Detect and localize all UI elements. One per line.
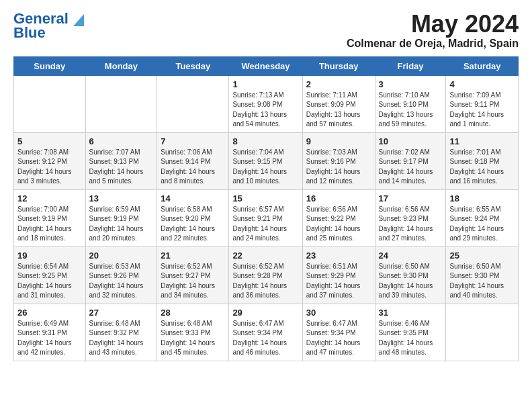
calendar-cell: 31Sunrise: 6:46 AM Sunset: 9:35 PM Dayli… xyxy=(375,304,446,361)
day-info: Sunrise: 6:50 AM Sunset: 9:30 PM Dayligh… xyxy=(449,262,515,301)
calendar-cell: 15Sunrise: 6:57 AM Sunset: 9:21 PM Dayli… xyxy=(229,189,302,246)
day-info: Sunrise: 7:01 AM Sunset: 9:18 PM Dayligh… xyxy=(449,148,515,187)
day-info: Sunrise: 7:06 AM Sunset: 9:14 PM Dayligh… xyxy=(161,148,225,187)
day-info: Sunrise: 6:46 AM Sunset: 9:35 PM Dayligh… xyxy=(379,319,443,358)
day-number: 19 xyxy=(17,250,82,261)
day-number: 6 xyxy=(89,136,154,146)
logo: General Blue xyxy=(13,11,84,42)
day-number: 30 xyxy=(306,308,371,318)
calendar-cell: 29Sunrise: 6:47 AM Sunset: 9:34 PM Dayli… xyxy=(229,304,302,361)
day-info: Sunrise: 7:13 AM Sunset: 9:08 PM Dayligh… xyxy=(232,91,298,130)
col-tuesday: Tuesday xyxy=(157,56,229,75)
location: Colmenar de Oreja, Madrid, Spain xyxy=(347,38,519,50)
day-number: 25 xyxy=(449,250,515,261)
calendar-cell: 25Sunrise: 6:50 AM Sunset: 9:30 PM Dayli… xyxy=(446,246,519,304)
calendar-cell: 6Sunrise: 7:07 AM Sunset: 9:13 PM Daylig… xyxy=(85,132,157,189)
day-info: Sunrise: 6:54 AM Sunset: 9:25 PM Dayligh… xyxy=(17,262,82,301)
day-number: 10 xyxy=(379,136,443,146)
col-friday: Friday xyxy=(375,56,446,75)
calendar-cell: 8Sunrise: 7:04 AM Sunset: 9:15 PM Daylig… xyxy=(229,132,302,189)
day-info: Sunrise: 6:55 AM Sunset: 9:24 PM Dayligh… xyxy=(449,205,515,244)
day-info: Sunrise: 7:09 AM Sunset: 9:11 PM Dayligh… xyxy=(449,91,515,130)
day-info: Sunrise: 7:07 AM Sunset: 9:13 PM Dayligh… xyxy=(89,148,154,187)
logo-icon xyxy=(71,11,84,26)
day-info: Sunrise: 7:08 AM Sunset: 9:12 PM Dayligh… xyxy=(17,148,82,187)
day-info: Sunrise: 6:52 AM Sunset: 9:27 PM Dayligh… xyxy=(161,262,225,301)
calendar-cell xyxy=(157,75,229,132)
svg-marker-0 xyxy=(73,14,84,26)
day-number: 11 xyxy=(449,136,515,146)
header: General Blue May 2024 Colmenar de Oreja,… xyxy=(13,11,519,50)
calendar-cell: 3Sunrise: 7:10 AM Sunset: 9:10 PM Daylig… xyxy=(375,75,446,132)
day-info: Sunrise: 6:48 AM Sunset: 9:33 PM Dayligh… xyxy=(161,319,225,358)
day-info: Sunrise: 6:56 AM Sunset: 9:22 PM Dayligh… xyxy=(306,205,371,244)
col-thursday: Thursday xyxy=(302,56,375,75)
calendar-cell: 13Sunrise: 6:59 AM Sunset: 9:19 PM Dayli… xyxy=(85,189,157,246)
day-info: Sunrise: 7:03 AM Sunset: 9:16 PM Dayligh… xyxy=(306,148,371,187)
day-info: Sunrise: 6:51 AM Sunset: 9:29 PM Dayligh… xyxy=(306,262,371,301)
day-info: Sunrise: 7:00 AM Sunset: 9:19 PM Dayligh… xyxy=(17,205,82,244)
calendar-cell: 5Sunrise: 7:08 AM Sunset: 9:12 PM Daylig… xyxy=(14,132,86,189)
calendar-cell: 19Sunrise: 6:54 AM Sunset: 9:25 PM Dayli… xyxy=(14,246,86,304)
day-number: 5 xyxy=(17,136,82,146)
day-number: 1 xyxy=(232,79,298,89)
col-sunday: Sunday xyxy=(14,56,86,75)
day-number: 16 xyxy=(306,193,371,203)
calendar-week-row: 5Sunrise: 7:08 AM Sunset: 9:12 PM Daylig… xyxy=(14,132,519,189)
calendar-cell: 2Sunrise: 7:11 AM Sunset: 9:09 PM Daylig… xyxy=(302,75,375,132)
calendar-cell: 24Sunrise: 6:50 AM Sunset: 9:30 PM Dayli… xyxy=(375,246,446,304)
calendar-week-row: 1Sunrise: 7:13 AM Sunset: 9:08 PM Daylig… xyxy=(14,75,519,132)
day-number: 31 xyxy=(379,308,443,318)
calendar-cell: 10Sunrise: 7:02 AM Sunset: 9:17 PM Dayli… xyxy=(375,132,446,189)
calendar-cell xyxy=(14,75,86,132)
calendar-cell: 20Sunrise: 6:53 AM Sunset: 9:26 PM Dayli… xyxy=(85,246,157,304)
day-info: Sunrise: 7:11 AM Sunset: 9:09 PM Dayligh… xyxy=(306,91,371,130)
weekday-header-row: Sunday Monday Tuesday Wednesday Thursday… xyxy=(14,56,519,75)
day-info: Sunrise: 6:58 AM Sunset: 9:20 PM Dayligh… xyxy=(161,205,225,244)
calendar-cell: 30Sunrise: 6:47 AM Sunset: 9:34 PM Dayli… xyxy=(302,304,375,361)
calendar-week-row: 26Sunrise: 6:49 AM Sunset: 9:31 PM Dayli… xyxy=(14,304,519,361)
day-info: Sunrise: 6:50 AM Sunset: 9:30 PM Dayligh… xyxy=(379,262,443,301)
calendar-table: Sunday Monday Tuesday Wednesday Thursday… xyxy=(13,56,519,361)
day-info: Sunrise: 6:56 AM Sunset: 9:23 PM Dayligh… xyxy=(379,205,443,244)
page: General Blue May 2024 Colmenar de Oreja,… xyxy=(0,0,532,372)
calendar-cell: 14Sunrise: 6:58 AM Sunset: 9:20 PM Dayli… xyxy=(157,189,229,246)
day-info: Sunrise: 6:47 AM Sunset: 9:34 PM Dayligh… xyxy=(306,319,371,358)
day-info: Sunrise: 6:52 AM Sunset: 9:28 PM Dayligh… xyxy=(232,262,298,301)
calendar-cell: 11Sunrise: 7:01 AM Sunset: 9:18 PM Dayli… xyxy=(446,132,519,189)
day-number: 22 xyxy=(232,250,298,261)
day-number: 13 xyxy=(89,193,154,203)
day-number: 21 xyxy=(161,250,225,261)
day-number: 2 xyxy=(306,79,371,89)
calendar-cell: 7Sunrise: 7:06 AM Sunset: 9:14 PM Daylig… xyxy=(157,132,229,189)
day-info: Sunrise: 7:04 AM Sunset: 9:15 PM Dayligh… xyxy=(232,148,298,187)
title-block: May 2024 Colmenar de Oreja, Madrid, Spai… xyxy=(347,11,519,50)
calendar-cell: 26Sunrise: 6:49 AM Sunset: 9:31 PM Dayli… xyxy=(14,304,86,361)
calendar-week-row: 12Sunrise: 7:00 AM Sunset: 9:19 PM Dayli… xyxy=(14,189,519,246)
calendar-cell: 16Sunrise: 6:56 AM Sunset: 9:22 PM Dayli… xyxy=(302,189,375,246)
day-info: Sunrise: 6:48 AM Sunset: 9:32 PM Dayligh… xyxy=(89,319,154,358)
day-number: 18 xyxy=(449,193,515,203)
day-number: 15 xyxy=(232,193,298,203)
day-info: Sunrise: 6:59 AM Sunset: 9:19 PM Dayligh… xyxy=(89,205,154,244)
calendar-cell: 9Sunrise: 7:03 AM Sunset: 9:16 PM Daylig… xyxy=(302,132,375,189)
logo-line2: Blue xyxy=(13,24,46,42)
day-number: 23 xyxy=(306,250,371,261)
day-number: 26 xyxy=(17,308,82,318)
day-info: Sunrise: 6:57 AM Sunset: 9:21 PM Dayligh… xyxy=(232,205,298,244)
day-number: 3 xyxy=(379,79,443,89)
calendar-week-row: 19Sunrise: 6:54 AM Sunset: 9:25 PM Dayli… xyxy=(14,246,519,304)
calendar-cell xyxy=(446,304,519,361)
day-info: Sunrise: 6:49 AM Sunset: 9:31 PM Dayligh… xyxy=(17,319,82,358)
day-number: 17 xyxy=(379,193,443,203)
day-info: Sunrise: 7:10 AM Sunset: 9:10 PM Dayligh… xyxy=(379,91,443,130)
day-number: 4 xyxy=(449,79,515,89)
day-number: 7 xyxy=(161,136,225,146)
day-number: 14 xyxy=(161,193,225,203)
calendar-cell: 21Sunrise: 6:52 AM Sunset: 9:27 PM Dayli… xyxy=(157,246,229,304)
calendar-cell: 22Sunrise: 6:52 AM Sunset: 9:28 PM Dayli… xyxy=(229,246,302,304)
calendar-cell: 4Sunrise: 7:09 AM Sunset: 9:11 PM Daylig… xyxy=(446,75,519,132)
calendar-cell: 28Sunrise: 6:48 AM Sunset: 9:33 PM Dayli… xyxy=(157,304,229,361)
col-monday: Monday xyxy=(85,56,157,75)
day-number: 27 xyxy=(89,308,154,318)
